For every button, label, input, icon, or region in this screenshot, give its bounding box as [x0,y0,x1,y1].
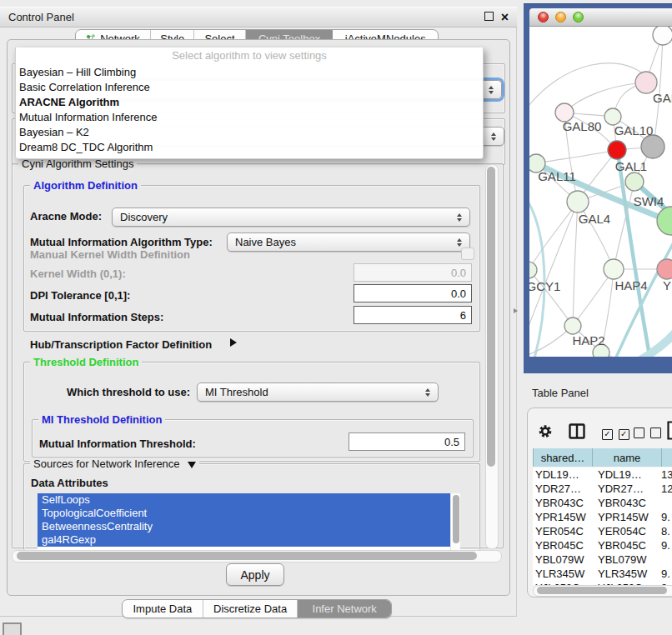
node-label: GAL1 [615,159,647,173]
checked-box-icon: ✓ [602,429,613,440]
combo-arrows-icon [486,132,496,141]
dpi-tolerance-input[interactable] [354,284,472,302]
node-salmon[interactable] [657,259,672,279]
table-row[interactable]: YLR345WYLR345W9. [533,567,672,581]
table-horizontal-scrollbar[interactable] [533,585,672,597]
algorithm-option[interactable]: Bayesian – K2 [16,125,483,140]
algorithm-option[interactable]: Bayesian – Hill Climbing [16,65,483,80]
combo-arrows-icon [420,388,430,397]
data-attributes-list: SelfLoops TopologicalCoefficient Between… [38,493,460,550]
node-big-green[interactable] [657,207,672,235]
hub-definition-toggle-label[interactable]: Hub/Transcription Factor Definition [30,338,212,351]
close-panel-button[interactable]: × [501,12,509,22]
unchecked-box-icon [634,428,644,438]
apply-button[interactable]: Apply [226,563,284,586]
columns-icon [569,423,585,439]
combo-arrows-icon [452,238,462,247]
node-hap2[interactable] [564,318,581,334]
minimize-window-icon[interactable] [555,12,566,22]
float-panel-button[interactable] [484,11,494,23]
gear-icon [538,423,553,439]
mi-type-combo[interactable]: Naive Bayes [227,232,470,252]
column-layout-button[interactable] [569,423,585,442]
manual-kernel-checkbox[interactable] [461,248,474,260]
table-row[interactable]: YDL19…YDL19…13 [533,468,672,482]
list-item[interactable]: SelfLoops [38,493,455,507]
mi-threshold-label: Mutual Information Threshold: [39,438,196,450]
node-hap4[interactable] [604,259,624,279]
table-settings-button[interactable] [538,423,553,442]
node-label: GAL11 [538,169,576,183]
splitter-collapse-arrow[interactable] [514,308,518,313]
table-row[interactable]: YBR045CYBR045C9. [533,538,672,552]
settings-vertical-scrollbar[interactable] [485,164,499,549]
table-row[interactable]: YBR043CYBR043C [533,496,672,510]
close-window-icon[interactable] [538,12,549,22]
algorithm-option-selected[interactable]: ARACNE Algorithm [16,95,483,110]
column-header-cut[interactable] [662,448,672,467]
table-body: YDL19…YDL19…13 YDR27…YDR27…12 YBR043CYBR… [533,468,672,585]
tab-impute-data[interactable]: Impute Data [123,600,203,618]
node-gray[interactable] [641,135,664,158]
node-gal10[interactable] [604,108,621,125]
table-header-row: shared… name [533,448,672,467]
node-label: GAL [653,91,672,105]
network-graph: GAL GAL80 GAL10 GAL1 GAL11 SWI4 GAL4 GCY… [529,27,672,357]
column-header-name[interactable]: name [593,448,662,467]
new-column-button[interactable] [667,421,672,442]
mi-type-label: Mutual Information Algorithm Type: [30,236,213,248]
dpi-tolerance-label: DPI Tolerance [0,1]: [30,289,130,302]
list-item[interactable]: gal4RGexp [38,533,455,547]
node-gcy1[interactable] [529,262,537,278]
combo-arrows-icon [452,213,462,222]
unchecked-box-icon [650,428,661,438]
data-attributes-label: Data Attributes [31,477,108,489]
algorithm-option[interactable]: Dream8 DC_TDC Algorithm [16,140,483,155]
zoom-window-icon[interactable] [573,12,584,22]
table-row[interactable]: YBL079WYBL079W [533,552,672,567]
combo-arrows-icon [484,86,494,94]
node-label: GCY1 [529,279,560,293]
which-threshold-label: Which threshold to use: [67,386,190,398]
node-unlabeled[interactable] [653,27,672,45]
settings-horizontal-scrollbar[interactable] [12,550,502,562]
manual-kernel-label: Manual Kernel Width Definition [30,248,190,261]
aracne-mode-combo[interactable]: Discovery [112,208,470,227]
mi-threshold-input[interactable] [349,432,465,451]
sources-title[interactable]: Sources for Network Inference [30,458,199,470]
mi-steps-label: Mutual Information Steps: [30,311,163,323]
settings-group-title: Cyni Algorithm Settings [18,158,137,170]
screen: Control Panel × Network Style Select Cyn… [0,0,672,635]
which-threshold-combo[interactable]: MI Threshold [197,382,439,402]
node-gal4[interactable] [567,191,589,212]
node-label: SWI4 [634,194,664,208]
tab-infer-network[interactable]: Infer Network [298,600,391,618]
list-item[interactable]: TopologicalCoefficient [38,507,455,520]
deselect-all-button[interactable] [634,428,661,441]
algorithm-option[interactable]: Basic Correlation Inference [16,80,483,95]
list-item[interactable]: BetweennessCentrality [38,520,455,533]
kernel-width-input[interactable] [354,263,472,282]
dock-corner-button[interactable] [3,622,22,635]
table-row[interactable]: YER054CYER054C8. [533,524,672,538]
algorithm-option[interactable]: Mutual Information Inference [16,110,483,125]
mi-steps-input[interactable] [354,306,472,324]
network-canvas[interactable]: GAL GAL80 GAL10 GAL1 GAL11 SWI4 GAL4 GCY… [529,27,672,357]
algorithm-popup-prompt: Select algorithm to view settings [16,48,483,63]
control-panel-titlebar[interactable]: Control Panel × [0,7,517,28]
network-window-titlebar[interactable] [529,8,672,27]
select-all-button[interactable]: ✓ ✓ [602,427,629,440]
node-gal1-selected[interactable] [608,141,626,159]
checked-box-icon: ✓ [619,429,629,440]
expand-arrow-icon[interactable] [230,338,237,347]
tab-discretize-data[interactable]: Discretize Data [203,600,298,618]
list-scrollbar[interactable] [450,493,460,550]
node-label: HAP4 [614,278,647,292]
table-row[interactable]: YDR27…YDR27…12 [533,482,672,496]
column-header-shared[interactable]: shared… [534,448,593,467]
collapse-arrow-icon[interactable] [188,462,196,468]
table-row[interactable]: YPR145WYPR145W9. [533,510,672,524]
node-swi4[interactable] [625,172,644,191]
node-label: HAP2 [572,333,604,348]
node-label: GAL80 [563,119,602,133]
